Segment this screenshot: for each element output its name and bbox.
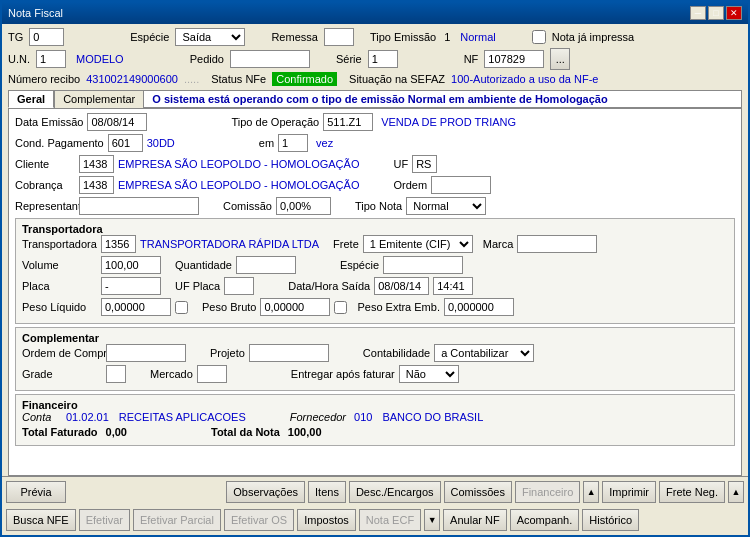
imprimir-button[interactable]: Imprimir [602, 481, 656, 503]
maximize-button[interactable]: □ [708, 6, 724, 20]
busca-nfe-button[interactable]: Busca NFE [6, 509, 76, 531]
peso-liquido-label: Peso Líquido [22, 301, 97, 313]
mercado-input[interactable] [197, 365, 227, 383]
tipo-operacao-code-input[interactable] [323, 113, 373, 131]
situacao-sefaz-label: Situação na SEFAZ [349, 73, 445, 85]
previa-button[interactable]: Prévia [6, 481, 66, 503]
grade-input[interactable] [106, 365, 126, 383]
comissao-label: Comissão [223, 200, 272, 212]
cond-pagamento-input[interactable] [108, 134, 143, 152]
nota-ecf-button[interactable]: Nota ECF [359, 509, 421, 531]
peso-liquido-check[interactable] [175, 301, 188, 314]
nf-browse-button[interactable]: ... [550, 48, 570, 70]
transportadora-code-input[interactable] [101, 235, 136, 253]
pedido-input[interactable] [230, 50, 310, 68]
anular-nf-button[interactable]: Anular NF [443, 509, 507, 531]
data-emissao-input[interactable] [87, 113, 147, 131]
especie-label: Espécie [130, 31, 169, 43]
numero-recibo-value: 431002149000600 [86, 73, 178, 85]
comissao-input[interactable] [276, 197, 331, 215]
uf-input[interactable] [412, 155, 437, 173]
hora-saida-input[interactable] [433, 277, 473, 295]
itens-button[interactable]: Itens [308, 481, 346, 503]
ordem-compra-input[interactable] [106, 344, 186, 362]
minimize-button[interactable]: ─ [690, 6, 706, 20]
placa-input[interactable] [101, 277, 161, 295]
serie-input[interactable] [368, 50, 398, 68]
quantidade-label: Quantidade [175, 259, 232, 271]
tipo-nota-select[interactable]: Normal [406, 197, 486, 215]
remessa-label: Remessa [271, 31, 317, 43]
nf-input[interactable] [484, 50, 544, 68]
desc-encargos-button[interactable]: Desc./Encargos [349, 481, 441, 503]
contabilidade-select[interactable]: a Contabilizar [434, 344, 534, 362]
especie-select[interactable]: Saída [175, 28, 245, 46]
peso-bruto-input[interactable] [260, 298, 330, 316]
quantidade-input[interactable] [236, 256, 296, 274]
row-cliente: Cliente EMPRESA SÃO LEOPOLDO - HOMOLOGAÇ… [15, 155, 735, 173]
arrow-down-btn1[interactable]: ▼ [424, 509, 440, 531]
representante-input[interactable] [79, 197, 199, 215]
nota-impressa-label: Nota já impressa [552, 31, 635, 43]
ordem-label: Ordem [393, 179, 427, 191]
efetivar-parcial-button[interactable]: Efetivar Parcial [133, 509, 221, 531]
mercado-label: Mercado [150, 368, 193, 380]
financeiro-button[interactable]: Financeiro [515, 481, 580, 503]
arrow-up-btn1[interactable]: ▲ [583, 481, 599, 503]
efetivar-os-button[interactable]: Efetivar OS [224, 509, 294, 531]
observacoes-button[interactable]: Observações [226, 481, 305, 503]
peso-liquido-input[interactable] [101, 298, 171, 316]
bottom-buttons-row1: Prévia Observações Itens Desc./Encargos … [2, 476, 748, 507]
financeiro-section: Financeiro Conta 01.02.01 RECEITAS APLIC… [15, 394, 735, 446]
projeto-label: Projeto [210, 347, 245, 359]
comissoes-button[interactable]: Comissões [444, 481, 512, 503]
row-cond-pagamento: Cond. Pagamento 30DD em vez [15, 134, 735, 152]
bottom-buttons-row2: Busca NFE Efetivar Efetivar Parcial Efet… [2, 507, 748, 535]
volume-input[interactable] [101, 256, 161, 274]
ordem-input[interactable] [431, 176, 491, 194]
conta-desc: RECEITAS APLICACOES [119, 411, 246, 423]
data-saida-input[interactable] [374, 277, 429, 295]
row-data-emissao: Data Emissão Tipo de Operação VENDA DE P… [15, 113, 735, 131]
total-faturado-label: Total Faturado [22, 426, 98, 438]
close-button[interactable]: ✕ [726, 6, 742, 20]
peso-extra-input[interactable] [444, 298, 514, 316]
marca-input[interactable] [517, 235, 597, 253]
status-nfe-label: Status NFe [211, 73, 266, 85]
row-complementar: Ordem de Compra Projeto Contabilidade a … [22, 344, 728, 362]
acompanh-button[interactable]: Acompanh. [510, 509, 580, 531]
un-input[interactable] [36, 50, 66, 68]
tab-complementar[interactable]: Complementar [54, 90, 144, 108]
financeiro-title: Financeiro [22, 399, 728, 411]
pedido-label: Pedido [190, 53, 224, 65]
tipo-operacao-label: Tipo de Operação [231, 116, 319, 128]
uf-placa-input[interactable] [224, 277, 254, 295]
frete-neg-button[interactable]: Frete Neg. [659, 481, 725, 503]
historico-button[interactable]: Histórico [582, 509, 639, 531]
volume-label: Volume [22, 259, 97, 271]
especie-trans-input[interactable] [383, 256, 463, 274]
projeto-input[interactable] [249, 344, 329, 362]
placa-label: Placa [22, 280, 97, 292]
arrow-up-btn2[interactable]: ▲ [728, 481, 744, 503]
nota-impressa-checkbox[interactable] [532, 30, 546, 44]
grade-label: Grade [22, 368, 102, 380]
cobranca-code-input[interactable] [79, 176, 114, 194]
frete-select[interactable]: 1 Emitente (CIF) [363, 235, 473, 253]
tg-label: TG [8, 31, 23, 43]
tab-geral[interactable]: Geral [8, 90, 54, 108]
title-controls: ─ □ ✕ [690, 6, 742, 20]
tipo-emissao-label: Tipo Emissão [370, 31, 436, 43]
impostos-button[interactable]: Impostos [297, 509, 356, 531]
cliente-code-input[interactable] [79, 155, 114, 173]
peso-bruto-check[interactable] [334, 301, 347, 314]
remessa-input[interactable] [324, 28, 354, 46]
uf-label: UF [393, 158, 408, 170]
conta-code: 01.02.01 [66, 411, 109, 423]
entregar-select[interactable]: Não [399, 365, 459, 383]
dotted-sep1: ..... [184, 73, 199, 85]
vez-input[interactable] [278, 134, 308, 152]
tg-input[interactable] [29, 28, 64, 46]
efetivar-button[interactable]: Efetivar [79, 509, 130, 531]
row-peso: Peso Líquido Peso Bruto Peso Extra Emb. [22, 298, 728, 316]
